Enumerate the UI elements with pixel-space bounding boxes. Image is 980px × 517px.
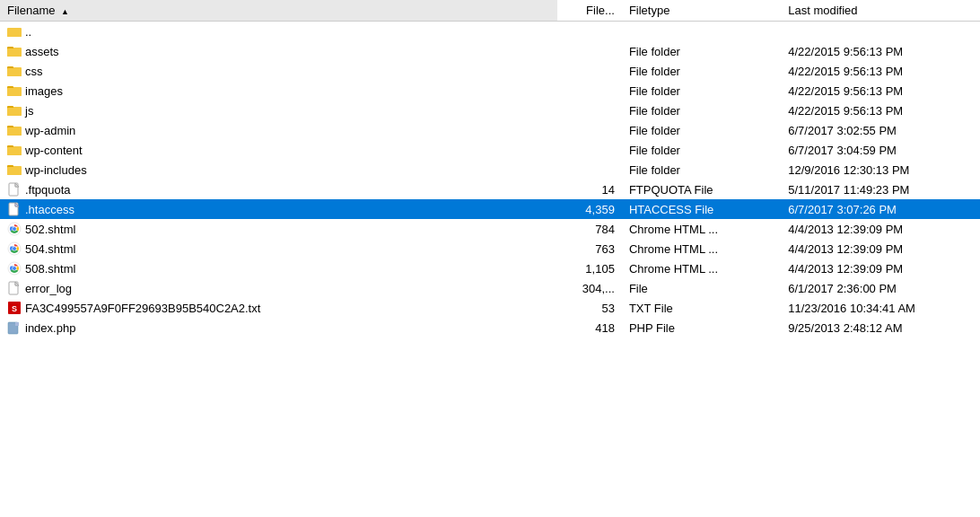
cell-modified: 4/4/2013 12:39:09 PM: [781, 219, 980, 239]
cell-size: [557, 120, 622, 140]
table-row[interactable]: assetsFile folder4/22/2015 9:56:13 PM: [0, 41, 980, 61]
svg-rect-19: [7, 147, 22, 155]
cell-size: [557, 22, 622, 42]
cell-filetype: File folder: [622, 61, 781, 81]
svg-point-34: [13, 247, 16, 250]
table-row[interactable]: 502.shtml784Chrome HTML ...4/4/2013 12:3…: [0, 219, 980, 239]
svg-rect-4: [7, 48, 22, 57]
cell-modified: 6/1/2017 2:36:00 PM: [781, 278, 980, 298]
cell-modified: 12/9/2016 12:30:13 PM: [781, 160, 980, 180]
cell-filetype: File folder: [622, 160, 781, 180]
svg-rect-22: [7, 167, 22, 175]
cell-filetype: File folder: [622, 101, 781, 120]
cell-size: 418: [557, 318, 622, 337]
col-filetype-label: Filetype: [629, 4, 670, 17]
col-header-size[interactable]: File...: [557, 0, 622, 22]
cell-modified: 4/4/2013 12:39:09 PM: [781, 239, 980, 258]
cell-filename: .htaccess: [0, 199, 557, 219]
cell-filename: index.php: [0, 318, 557, 337]
cell-size: [557, 101, 622, 120]
file-list[interactable]: Filename ▲ File... Filetype Last modifie…: [0, 0, 980, 517]
cell-filetype: File folder: [622, 140, 781, 160]
svg-rect-13: [7, 108, 22, 116]
col-header-filename[interactable]: Filename ▲: [0, 0, 557, 22]
svg-rect-1: [7, 29, 22, 37]
cell-filetype: File folder: [622, 81, 781, 101]
cell-filetype: Chrome HTML ...: [622, 258, 781, 278]
col-filename-label: Filename: [7, 4, 55, 17]
cell-modified: 4/22/2015 9:56:13 PM: [781, 101, 980, 120]
cell-modified: 5/11/2017 11:49:23 PM: [781, 180, 980, 199]
table-row[interactable]: wp-includesFile folder12/9/2016 12:30:13…: [0, 160, 980, 180]
cell-filename: 502.shtml: [0, 219, 557, 239]
cell-size: 304,...: [557, 278, 622, 298]
svg-point-30: [13, 227, 16, 231]
cell-size: 763: [557, 239, 622, 258]
cell-filetype: File folder: [622, 41, 781, 61]
cell-size: [557, 41, 622, 61]
table-row[interactable]: wp-adminFile folder6/7/2017 3:02:55 PM: [0, 120, 980, 140]
cell-filename: wp-content: [0, 140, 557, 160]
cell-filename: images: [0, 81, 557, 101]
cell-modified: 4/22/2015 9:56:13 PM: [781, 41, 980, 61]
col-modified-label: Last modified: [788, 4, 857, 17]
cell-filename: wp-admin: [0, 120, 557, 140]
cell-modified: 11/23/2016 10:34:41 AM: [781, 298, 980, 318]
cell-filename: .ftpquota: [0, 180, 557, 199]
cell-filename: ..: [0, 22, 557, 42]
cell-size: 14: [557, 180, 622, 199]
table-row[interactable]: S FA3C499557A9F0FF29693B95B540C2A2.txt53…: [0, 298, 980, 318]
table-row[interactable]: .htaccess4,359HTACCESS File6/7/2017 3:07…: [0, 199, 980, 219]
svg-rect-45: [15, 322, 19, 326]
cell-size: 53: [557, 298, 622, 318]
cell-filetype: TXT File: [622, 298, 781, 318]
cell-size: [557, 81, 622, 101]
col-header-filetype[interactable]: Filetype: [622, 0, 781, 22]
cell-filetype: [622, 22, 781, 42]
cell-filetype: FTPQUOTA File: [622, 180, 781, 199]
cell-filetype: HTACCESS File: [622, 199, 781, 219]
col-header-modified[interactable]: Last modified: [781, 0, 980, 22]
cell-size: 1,105: [557, 258, 622, 278]
cell-modified: 4/4/2013 12:39:09 PM: [781, 258, 980, 278]
cell-modified: 4/22/2015 9:56:13 PM: [781, 81, 980, 101]
table-row[interactable]: index.php418PHP File9/25/2013 2:48:12 AM: [0, 318, 980, 337]
cell-filename: 504.shtml: [0, 239, 557, 258]
cell-filename: S FA3C499557A9F0FF29693B95B540C2A2.txt: [0, 298, 557, 318]
cell-filename: wp-includes: [0, 160, 557, 180]
cell-filetype: File: [622, 278, 781, 298]
table-row[interactable]: imagesFile folder4/22/2015 9:56:13 PM: [0, 81, 980, 101]
table-row[interactable]: 508.shtml1,105Chrome HTML ...4/4/2013 12…: [0, 258, 980, 278]
cell-modified: [781, 22, 980, 42]
table-row[interactable]: ..: [0, 22, 980, 42]
cell-modified: 9/25/2013 2:48:12 AM: [781, 318, 980, 337]
cell-size: 4,359: [557, 199, 622, 219]
table-row[interactable]: jsFile folder4/22/2015 9:56:13 PM: [0, 101, 980, 120]
table-row[interactable]: .ftpquota14FTPQUOTA File5/11/2017 11:49:…: [0, 180, 980, 199]
cell-filename: 508.shtml: [0, 258, 557, 278]
cell-size: [557, 160, 622, 180]
cell-size: [557, 61, 622, 81]
sort-indicator: ▲: [61, 7, 69, 16]
table-row[interactable]: cssFile folder4/22/2015 9:56:13 PM: [0, 61, 980, 81]
svg-point-38: [13, 267, 16, 270]
cell-filename: error_log: [0, 278, 557, 298]
svg-rect-10: [7, 88, 22, 96]
cell-filetype: File folder: [622, 120, 781, 140]
svg-rect-16: [7, 127, 22, 136]
cell-filename: js: [0, 101, 557, 120]
svg-rect-7: [7, 68, 22, 76]
cell-modified: 6/7/2017 3:07:26 PM: [781, 199, 980, 219]
table-row[interactable]: 504.shtml763Chrome HTML ...4/4/2013 12:3…: [0, 239, 980, 258]
table-row[interactable]: error_log304,...File6/1/2017 2:36:00 PM: [0, 278, 980, 298]
cell-modified: 6/7/2017 3:04:59 PM: [781, 140, 980, 160]
cell-filetype: Chrome HTML ...: [622, 239, 781, 258]
cell-modified: 4/22/2015 9:56:13 PM: [781, 61, 980, 81]
cell-size: [557, 140, 622, 160]
cell-filename: css: [0, 61, 557, 81]
cell-size: 784: [557, 219, 622, 239]
table-row[interactable]: wp-contentFile folder6/7/2017 3:04:59 PM: [0, 140, 980, 160]
cell-filename: assets: [0, 41, 557, 61]
cell-modified: 6/7/2017 3:02:55 PM: [781, 120, 980, 140]
col-size-label: File...: [586, 4, 615, 17]
